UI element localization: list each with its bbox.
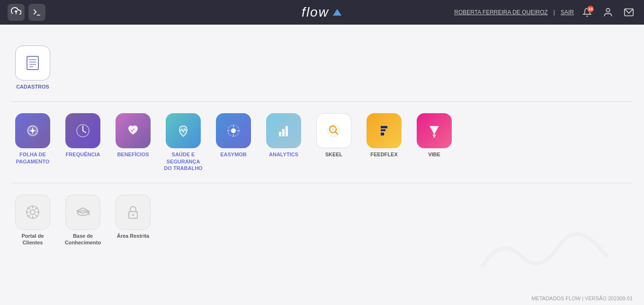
cadastros-grid: CADASTROS	[11, 42, 633, 94]
easymob-icon	[216, 113, 251, 148]
svg-point-2	[606, 9, 609, 12]
portal-icon	[15, 195, 50, 230]
mail-icon-button[interactable]	[621, 5, 636, 20]
app-item-folha[interactable]: FOLHA DE PAGAMENTO	[11, 113, 54, 171]
header-left	[8, 4, 45, 21]
app-item-easymob[interactable]: EASYMOB	[212, 113, 255, 171]
feedflex-icon	[367, 113, 402, 148]
portal-label: Portal de Clientes	[11, 233, 54, 246]
base-icon	[65, 195, 100, 230]
app-item-saude[interactable]: SAÚDE E SEGURANÇA DO TRABALHO	[162, 113, 205, 171]
svg-marker-22	[429, 126, 439, 135]
app-item-feedflex[interactable]: FEEDFLEX	[363, 113, 405, 171]
analytics-label: ANALYTICS	[269, 151, 298, 158]
section-portal-apps: Portal de Clientes Base de Conhecimento	[11, 183, 633, 258]
cadastros-icon	[15, 45, 50, 81]
user-name-link[interactable]: ROBERTA FERREIRA DE QUEIROZ	[454, 9, 548, 16]
main-apps-grid: FOLHA DE PAGAMENTO FREQUÊNCIA	[11, 109, 633, 175]
saude-icon	[166, 113, 201, 148]
svg-rect-15	[279, 132, 281, 136]
app-item-cadastros[interactable]: CADASTROS	[11, 45, 54, 90]
beneficios-label: BENEFÍCIOS	[117, 151, 149, 158]
folha-icon	[15, 113, 50, 148]
app-header: flow ROBERTA FERREIRA DE QUEIROZ | SAIR …	[0, 0, 644, 25]
vibe-icon	[417, 113, 452, 148]
restrita-icon	[116, 195, 151, 230]
app-item-base[interactable]: Base de Conhecimento	[62, 195, 104, 246]
notifications-button[interactable]: 16	[580, 5, 595, 20]
restrita-label: Área Restrita	[117, 233, 149, 239]
svg-point-11	[31, 129, 34, 132]
section-cadastros: CADASTROS	[11, 34, 633, 102]
frequencia-label: FREQUÊNCIA	[66, 151, 100, 158]
frequencia-icon	[65, 113, 100, 148]
svg-marker-1	[333, 9, 341, 16]
header-separator: |	[554, 9, 555, 16]
app-item-portal[interactable]: Portal de Clientes	[11, 195, 54, 246]
svg-rect-17	[286, 126, 288, 136]
app-item-frequencia[interactable]: FREQUÊNCIA	[62, 113, 104, 171]
main-content: CADASTROS FOLHA DE PAGAMENTO	[0, 25, 644, 292]
logo-text: flow	[302, 5, 329, 20]
svg-point-25	[30, 210, 35, 215]
svg-rect-16	[282, 129, 285, 136]
skeel-label: SKEEL	[325, 151, 343, 158]
svg-point-20	[331, 128, 334, 131]
profile-icon-button[interactable]	[600, 5, 616, 20]
vibe-label: VIBE	[428, 151, 440, 158]
terminal-icon-button[interactable]	[28, 4, 45, 21]
analytics-icon	[266, 113, 301, 148]
footer-text: METADADOS FLOW | VERSÃO 202309.01	[531, 296, 633, 301]
app-footer: METADADOS FLOW | VERSÃO 202309.01	[0, 292, 644, 305]
easymob-label: EASYMOB	[220, 151, 247, 158]
logout-link[interactable]: SAIR	[561, 9, 574, 16]
folha-label: FOLHA DE PAGAMENTO	[11, 151, 54, 165]
cloud-icon-button[interactable]	[8, 4, 25, 21]
app-item-restrita[interactable]: Área Restrita	[112, 195, 154, 246]
saude-label: SAÚDE E SEGURANÇA DO TRABALHO	[162, 151, 205, 171]
app-item-vibe[interactable]: VIBE	[413, 113, 456, 171]
header-right: ROBERTA FERREIRA DE QUEIROZ | SAIR 16	[454, 5, 636, 20]
feedflex-label: FEEDFLEX	[370, 151, 397, 158]
beneficios-icon	[116, 113, 151, 148]
header-logo: flow	[302, 5, 342, 20]
portal-apps-grid: Portal de Clientes Base de Conhecimento	[11, 191, 633, 250]
svg-point-30	[132, 214, 134, 216]
svg-marker-23	[432, 135, 436, 138]
app-item-skeel[interactable]: SKEEL	[313, 113, 355, 171]
section-main-apps: FOLHA DE PAGAMENTO FREQUÊNCIA	[11, 102, 633, 183]
cadastros-label: CADASTROS	[16, 83, 49, 90]
base-label: Base de Conhecimento	[62, 233, 104, 246]
svg-point-14	[231, 128, 236, 133]
skeel-icon	[316, 113, 351, 148]
notification-badge: 16	[587, 6, 594, 12]
app-item-beneficios[interactable]: BENEFÍCIOS	[112, 113, 154, 171]
app-item-analytics[interactable]: ANALYTICS	[262, 113, 305, 171]
svg-rect-4	[27, 56, 38, 70]
